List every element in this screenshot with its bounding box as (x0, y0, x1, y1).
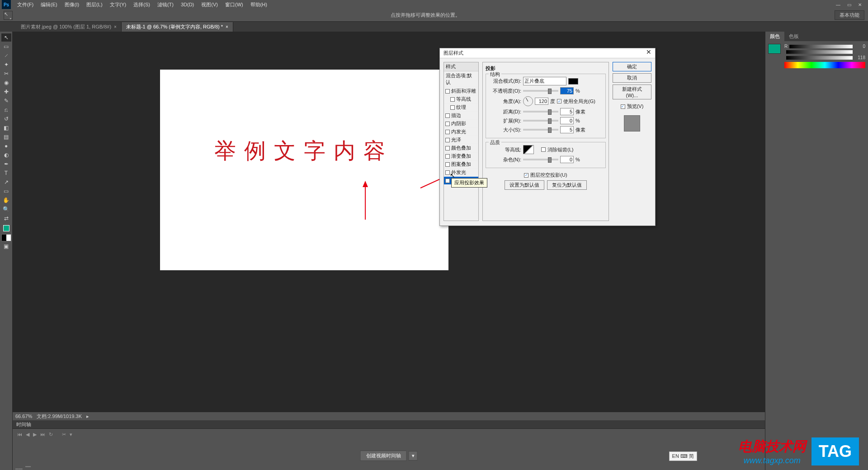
r-value[interactable]: 0 (854, 44, 865, 49)
path-tool[interactable]: ↗ (1, 178, 11, 186)
distance-input[interactable]: 5 (560, 108, 574, 115)
style-pattern-overlay[interactable]: 图案叠加 (444, 160, 478, 169)
lasso-tool[interactable]: ⟋ (1, 52, 11, 60)
blur-tool[interactable]: ● (1, 142, 11, 150)
zoom-tool[interactable]: 🔍 (1, 205, 11, 213)
opacity-input[interactable]: 75 (560, 87, 574, 94)
menu-view[interactable]: 视图(V) (198, 0, 222, 9)
crop-tool[interactable]: ✂ (1, 70, 11, 78)
dodge-tool[interactable]: ◐ (1, 151, 11, 159)
type-tool[interactable]: T (1, 169, 11, 177)
dialog-close-icon[interactable]: ✕ (646, 50, 651, 56)
marquee-tool[interactable]: ▭ (1, 42, 11, 51)
style-gradient-overlay[interactable]: 渐变叠加 (444, 152, 478, 160)
style-stroke[interactable]: 描边 (444, 112, 478, 120)
tl-cut-icon[interactable]: ✂ (62, 432, 66, 437)
tl-loop-icon[interactable]: ↻ (49, 432, 53, 437)
canvas-text-layer[interactable]: 举例文字内容 (214, 136, 393, 165)
new-style-button[interactable]: 新建样式(W)... (613, 85, 651, 99)
spread-slider[interactable] (523, 120, 558, 122)
noise-slider[interactable] (523, 159, 558, 160)
style-inner-shadow[interactable]: 内阴影 (444, 120, 478, 128)
size-slider[interactable] (523, 129, 558, 131)
tl-menu-icon[interactable]: ▾ (70, 432, 72, 437)
tab-close-icon[interactable]: × (226, 24, 228, 29)
workspace-switcher[interactable]: 基本功能 (835, 10, 864, 20)
menu-image[interactable]: 图像(I) (61, 0, 83, 9)
pen-tool[interactable]: ✒ (1, 160, 11, 168)
tl-prev-icon[interactable]: ◀ (26, 432, 29, 437)
distance-slider[interactable] (523, 111, 558, 113)
shape-tool[interactable]: ▭ (1, 187, 11, 195)
reset-default-button[interactable]: 复位为默认值 (547, 180, 587, 190)
style-contour[interactable]: 等高线 (444, 95, 478, 103)
color-ramp[interactable] (784, 62, 865, 68)
global-light-checkbox[interactable] (557, 99, 561, 103)
zoom-level[interactable]: 66.67% (15, 414, 32, 419)
style-color-overlay[interactable]: 颜色叠加 (444, 144, 478, 152)
color-swatch[interactable] (768, 44, 781, 54)
quickmask-toggle[interactable] (1, 234, 11, 241)
create-timeline-button[interactable]: 创建视频时间轴 (360, 451, 407, 461)
contour-picker[interactable] (523, 145, 534, 154)
style-satin[interactable]: 光泽 (444, 136, 478, 144)
set-default-button[interactable]: 设置为默认值 (505, 180, 544, 190)
tl-next-icon[interactable]: ⏭ (40, 432, 45, 437)
tl-play-icon[interactable]: ▶ (33, 432, 37, 437)
stamp-tool[interactable]: ⎌ (1, 106, 11, 114)
cancel-button[interactable]: 取消 (613, 73, 651, 83)
style-bevel[interactable]: 斜面和浮雕 (444, 87, 478, 95)
screenmode-toggle[interactable]: ▣ (1, 242, 11, 250)
timeline-tab[interactable]: 时间轴 (13, 420, 765, 428)
b-value[interactable]: 118 (854, 55, 865, 60)
noise-input[interactable]: 0 (560, 156, 574, 163)
shadow-color-chip[interactable] (568, 78, 578, 85)
menu-select[interactable]: 选择(S) (130, 0, 154, 9)
wand-tool[interactable]: ✦ (1, 61, 11, 69)
healing-tool[interactable]: ✚ (1, 88, 11, 96)
tl-zoom-slider[interactable]: ━━ (25, 464, 31, 469)
knockout-checkbox[interactable] (524, 173, 528, 178)
angle-dial[interactable] (523, 96, 533, 106)
style-list-header[interactable]: 样式 (444, 62, 478, 71)
style-outer-glow[interactable]: 外发光 (444, 169, 478, 177)
b-slider[interactable] (786, 56, 853, 60)
color-swap-icon[interactable]: ⇄ (1, 214, 11, 222)
ok-button[interactable]: 确定 (613, 62, 651, 71)
move-tool-icon[interactable]: ↖ (4, 11, 13, 20)
menu-layer[interactable]: 图层(L) (83, 0, 106, 9)
dialog-titlebar[interactable]: 图层样式 ✕ (440, 48, 655, 58)
document-canvas[interactable]: 举例文字内容 (160, 70, 448, 270)
doc-tab-1[interactable]: 图片素材.jpeg @ 100% (图层 1, RGB/8#) × (16, 22, 122, 32)
menu-filter[interactable]: 滤镜(T) (154, 0, 177, 9)
gradient-tool[interactable]: ▤ (1, 133, 11, 141)
eyedropper-tool[interactable]: ◉ (1, 79, 11, 87)
menu-edit[interactable]: 编辑(E) (37, 0, 61, 9)
style-inner-glow[interactable]: 内发光 (444, 128, 478, 136)
minimize-button[interactable]: — (835, 2, 842, 7)
r-slider[interactable] (789, 45, 853, 48)
maximize-button[interactable]: ▭ (845, 2, 853, 7)
menu-file[interactable]: 文件(F) (14, 0, 37, 9)
tab-close-icon[interactable]: × (114, 24, 117, 29)
size-input[interactable]: 5 (560, 126, 574, 133)
angle-input[interactable]: 120 (535, 98, 548, 105)
ime-indicator[interactable]: EN ⌨ 简 (669, 451, 697, 461)
move-tool[interactable]: ↖ (1, 33, 11, 42)
menu-type[interactable]: 文字(Y) (106, 0, 130, 9)
tl-go-start-icon[interactable]: ⏮ (17, 432, 22, 437)
antialias-checkbox[interactable] (541, 147, 546, 152)
tl-zoom-out-icon[interactable]: ▁▁ (15, 464, 23, 469)
opacity-slider[interactable] (523, 90, 558, 92)
blending-options[interactable]: 混合选项:默认 (444, 71, 478, 87)
eraser-tool[interactable]: ◧ (1, 124, 11, 132)
menu-help[interactable]: 帮助(H) (247, 0, 271, 9)
g-slider[interactable] (786, 50, 853, 54)
menu-3d[interactable]: 3D(D) (177, 1, 198, 8)
doc-tab-2[interactable]: 未标题-1 @ 66.7% (举例文字内容, RGB/8) * × (122, 22, 233, 32)
foreground-color[interactable] (3, 225, 9, 231)
blend-mode-select[interactable]: 正片叠底 (523, 77, 566, 85)
brush-tool[interactable]: ✎ (1, 97, 11, 105)
create-timeline-dropdown[interactable]: ▾ (409, 451, 418, 461)
menu-window[interactable]: 窗口(W) (222, 0, 247, 9)
